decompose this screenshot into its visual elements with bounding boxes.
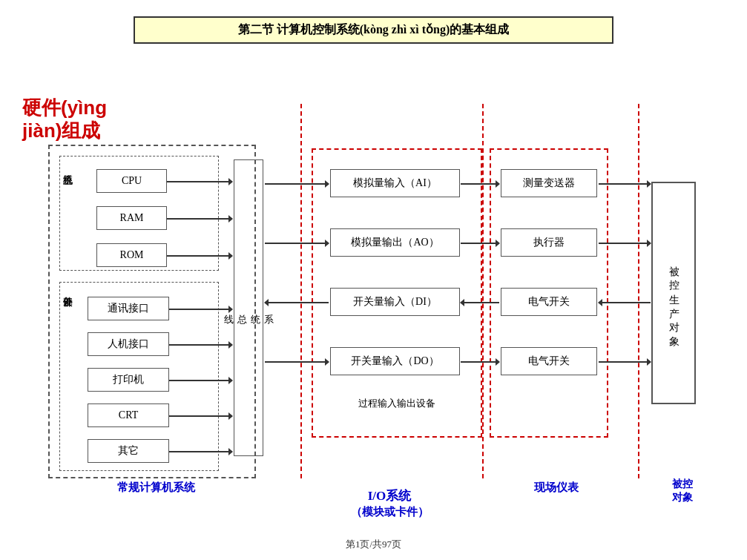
switch-do-to-controlled-arrow <box>599 361 651 363</box>
other-to-bus-arrow <box>169 451 232 452</box>
hmi-to-bus-arrow <box>169 344 232 346</box>
computer-section-label: 常规计算机系统 <box>48 481 263 495</box>
sensor-box: 测量变送器 <box>501 169 597 197</box>
ao-to-actuator-arrow <box>461 243 499 244</box>
footer-page-info: 第1页/共97页 <box>0 538 747 551</box>
external-label: 外部设备 <box>61 289 74 460</box>
di-module-box: 开关量输入（DI） <box>330 288 460 316</box>
sensor-to-controlled-arrow <box>599 183 651 185</box>
io-sub-section-label: （模块或卡件） <box>300 505 478 519</box>
rom-to-bus-arrow <box>167 255 232 257</box>
controlled-object-box: 被 控 生 产 对 象 <box>651 182 696 404</box>
bus-to-ao-arrow <box>265 243 329 244</box>
ram-to-bus-arrow <box>167 218 232 220</box>
actuator-box: 执行器 <box>501 228 597 257</box>
do-to-switch-arrow <box>461 361 499 363</box>
crt-to-bus-arrow <box>169 415 232 417</box>
divider-3 <box>638 104 639 478</box>
ram-box: RAM <box>96 206 167 230</box>
io-process-label: 过程输入输出设备 <box>319 397 475 410</box>
cpu-box: CPU <box>96 169 167 193</box>
do-module-box: 开关量输入（DO） <box>330 347 460 375</box>
ai-module-box: 模拟量输入（AI） <box>330 169 460 197</box>
host-system-label: 主机系统 <box>61 167 74 263</box>
bus-to-do-arrow <box>265 361 329 363</box>
hmi-interface-box: 人机接口 <box>88 332 169 356</box>
ao-module-box: 模拟量输出（AO） <box>330 228 460 257</box>
io-section-label: I/O系统 <box>300 487 478 504</box>
comm-interface-box: 通讯接口 <box>88 297 169 320</box>
comm-to-bus-arrow <box>169 309 232 310</box>
crt-box: CRT <box>88 403 169 427</box>
ai-to-sensor-arrow <box>461 183 499 185</box>
other-box: 其它 <box>88 439 169 463</box>
divider-1 <box>300 104 302 478</box>
di-to-bus-arrow <box>265 302 329 303</box>
switch-di-to-di-arrow <box>461 302 499 303</box>
actuator-to-controlled-arrow <box>599 243 651 244</box>
page-title: 第二节 计算机控制系统(kòng zhì xì tǒng)的基本组成 <box>134 16 613 44</box>
switch-di-box: 电气开关 <box>501 288 597 316</box>
printer-box: 打印机 <box>88 368 169 392</box>
field-section-label: 现场仪表 <box>482 481 631 495</box>
controlled-to-switch-di-arrow <box>599 302 651 303</box>
switch-do-box: 电气开关 <box>501 347 597 375</box>
bus-to-ai-arrow <box>265 183 329 185</box>
divider-2 <box>482 104 484 478</box>
cpu-to-bus-arrow <box>167 181 232 182</box>
hardware-label: 硬件(yìngjiàn)组成 <box>22 96 107 142</box>
system-bus: 系 统 总 线 <box>234 159 263 456</box>
printer-to-bus-arrow <box>169 380 232 381</box>
controlled-section-label: 被控对象 <box>645 478 720 504</box>
rom-box: ROM <box>96 243 167 267</box>
